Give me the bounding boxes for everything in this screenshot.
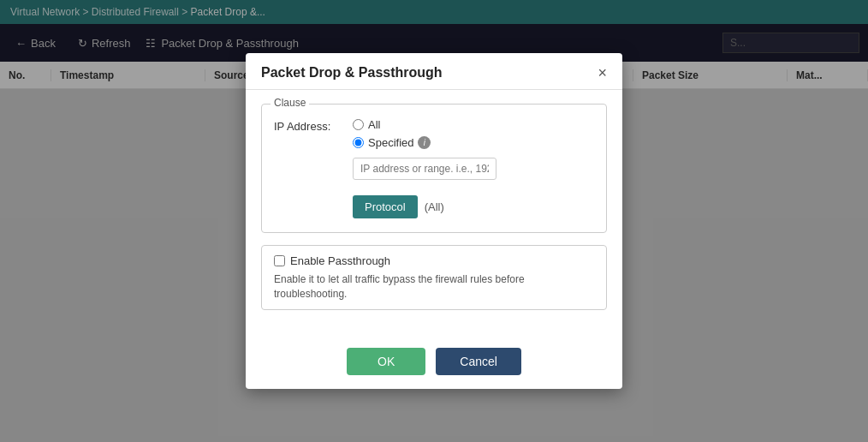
modal-body: Clause IP Address: All Specified i xyxy=(246,90,622,338)
protocol-value: (All) xyxy=(425,200,444,213)
protocol-row: Protocol (All) xyxy=(353,195,496,218)
radio-specified-row: Specified i xyxy=(353,136,496,149)
enable-passthrough-checkbox[interactable] xyxy=(274,255,285,266)
modal-title: Packet Drop & Passthrough xyxy=(261,65,443,81)
passthrough-section: Enable Passthrough Enable it to let all … xyxy=(261,245,607,311)
clause-label: Clause xyxy=(271,97,309,109)
modal-close-button[interactable]: × xyxy=(597,65,607,81)
modal-footer: OK Cancel xyxy=(246,337,622,389)
modal-dialog: Packet Drop & Passthrough × Clause IP Ad… xyxy=(246,53,622,390)
modal-header: Packet Drop & Passthrough × xyxy=(246,53,622,90)
info-icon[interactable]: i xyxy=(418,136,431,149)
radio-specified[interactable] xyxy=(353,137,364,148)
passthrough-check-row: Enable Passthrough xyxy=(274,254,594,267)
ip-address-row: IP Address: All Specified i xyxy=(274,118,594,218)
enable-passthrough-label: Enable Passthrough xyxy=(290,254,390,267)
radio-all[interactable] xyxy=(353,119,364,130)
cancel-button[interactable]: Cancel xyxy=(436,348,521,375)
radio-all-label: All xyxy=(368,118,380,131)
radio-specified-label: Specified xyxy=(368,136,413,149)
radio-all-row: All xyxy=(353,118,496,131)
modal-overlay: Packet Drop & Passthrough × Clause IP Ad… xyxy=(0,0,868,442)
protocol-button[interactable]: Protocol xyxy=(353,195,418,218)
passthrough-description: Enable it to let all traffic bypass the … xyxy=(274,272,594,302)
ip-input-field[interactable] xyxy=(353,158,496,180)
clause-section: Clause IP Address: All Specified i xyxy=(261,104,607,233)
ok-button[interactable]: OK xyxy=(347,348,425,375)
ip-address-label: IP Address: xyxy=(274,118,342,133)
ip-radio-group: All Specified i Protocol (All) xyxy=(353,118,496,218)
